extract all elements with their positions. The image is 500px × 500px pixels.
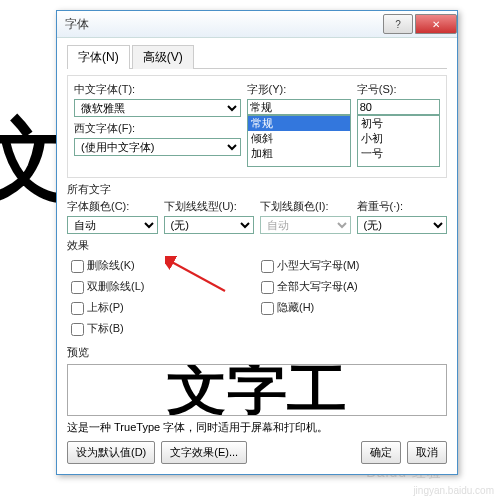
chk-strike[interactable]: 删除线(K): [67, 257, 257, 276]
tab-advanced[interactable]: 高级(V): [132, 45, 194, 69]
preview-text: 文字工: [167, 364, 347, 416]
west-font-select[interactable]: (使用中文字体): [74, 138, 241, 156]
size-list[interactable]: 初号 小初 一号: [357, 115, 440, 167]
style-label: 字形(Y):: [247, 82, 351, 97]
text-effects-button[interactable]: 文字效果(E)...: [161, 441, 247, 464]
preview-title: 预览: [67, 345, 447, 360]
effects-title: 效果: [67, 238, 447, 253]
cancel-button[interactable]: 取消: [407, 441, 447, 464]
color-label: 字体颜色(C):: [67, 199, 158, 214]
all-text-label: 所有文字: [67, 182, 447, 197]
underline-color-select: 自动: [260, 216, 351, 234]
chk-allcaps[interactable]: 全部大写字母(A): [257, 278, 447, 297]
chk-sub[interactable]: 下标(B): [67, 320, 257, 339]
emphasis-label: 着重号(·):: [357, 199, 448, 214]
chk-sup[interactable]: 上标(P): [67, 299, 257, 318]
chk-smallcaps[interactable]: 小型大写字母(M): [257, 257, 447, 276]
color-select[interactable]: 自动: [67, 216, 158, 234]
emphasis-select[interactable]: (无): [357, 216, 448, 234]
size-input[interactable]: [357, 99, 440, 115]
set-default-button[interactable]: 设为默认值(D): [67, 441, 155, 464]
hint-text: 这是一种 TrueType 字体，同时适用于屏幕和打印机。: [67, 420, 447, 435]
watermark-url: jingyan.baidu.com: [413, 485, 494, 496]
underline-style-label: 下划线线型(U):: [164, 199, 255, 214]
cn-font-label: 中文字体(T):: [74, 82, 241, 97]
tab-strip: 字体(N) 高级(V): [67, 44, 447, 69]
cn-font-select[interactable]: 微软雅黑: [74, 99, 241, 117]
tab-font[interactable]: 字体(N): [67, 45, 130, 69]
style-input[interactable]: [247, 99, 351, 115]
ok-button[interactable]: 确定: [361, 441, 401, 464]
underline-style-select[interactable]: (无): [164, 216, 255, 234]
chk-dblstrike[interactable]: 双删除线(L): [67, 278, 257, 297]
help-button[interactable]: ?: [383, 14, 413, 34]
underline-color-label: 下划线颜色(I):: [260, 199, 351, 214]
dialog-title: 字体: [65, 16, 381, 33]
chk-hidden[interactable]: 隐藏(H): [257, 299, 447, 318]
style-list[interactable]: 常规 倾斜 加粗: [247, 115, 351, 167]
west-font-label: 西文字体(F):: [74, 121, 241, 136]
close-button[interactable]: ✕: [415, 14, 457, 34]
font-dialog: 字体 ? ✕ 字体(N) 高级(V) 中文字体(T): 微软雅黑 西文字体(F)…: [56, 10, 458, 475]
size-label: 字号(S):: [357, 82, 440, 97]
titlebar: 字体 ? ✕: [57, 11, 457, 38]
preview-box: 文字工: [67, 364, 447, 416]
